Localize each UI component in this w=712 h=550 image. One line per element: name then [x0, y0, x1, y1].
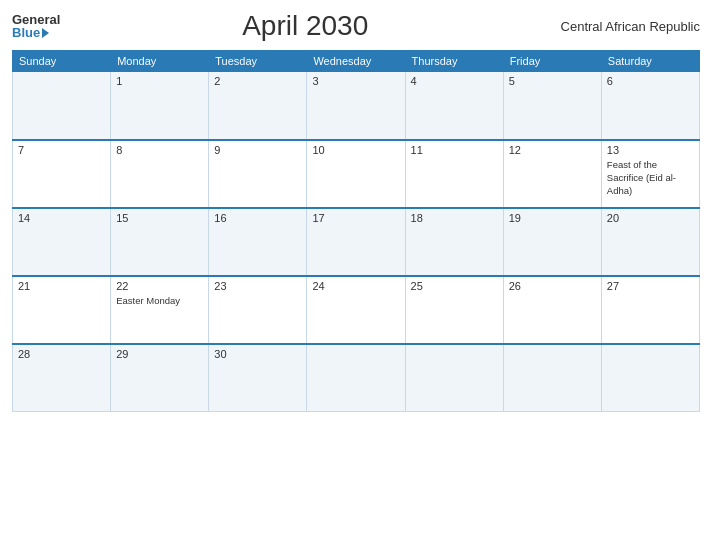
calendar-cell: 17 — [307, 208, 405, 276]
calendar-cell: 29 — [111, 344, 209, 412]
day-number: 11 — [411, 144, 498, 156]
calendar-cell: 22Easter Monday — [111, 276, 209, 344]
calendar-cell: 2 — [209, 72, 307, 140]
day-number: 26 — [509, 280, 596, 292]
day-number: 4 — [411, 75, 498, 87]
day-number: 15 — [116, 212, 203, 224]
header-wednesday: Wednesday — [307, 51, 405, 72]
day-number: 3 — [312, 75, 399, 87]
day-number: 7 — [18, 144, 105, 156]
logo: General Blue — [12, 13, 60, 39]
calendar-cell: 1 — [111, 72, 209, 140]
calendar-cell: 5 — [503, 72, 601, 140]
calendar-cell: 18 — [405, 208, 503, 276]
day-number: 19 — [509, 212, 596, 224]
calendar-cell: 19 — [503, 208, 601, 276]
day-number: 14 — [18, 212, 105, 224]
calendar-week-row: 2122Easter Monday2324252627 — [13, 276, 700, 344]
calendar-cell: 7 — [13, 140, 111, 208]
day-number: 22 — [116, 280, 203, 292]
day-event: Feast of the Sacrifice (Eid al-Adha) — [607, 159, 676, 197]
day-number: 24 — [312, 280, 399, 292]
calendar-cell — [307, 344, 405, 412]
day-number: 9 — [214, 144, 301, 156]
calendar-cell: 12 — [503, 140, 601, 208]
day-number: 29 — [116, 348, 203, 360]
day-number: 20 — [607, 212, 694, 224]
day-number: 10 — [312, 144, 399, 156]
header-thursday: Thursday — [405, 51, 503, 72]
calendar-cell: 16 — [209, 208, 307, 276]
header-sunday: Sunday — [13, 51, 111, 72]
calendar-cell: 8 — [111, 140, 209, 208]
calendar-page: General Blue April 2030 Central African … — [0, 0, 712, 550]
calendar-cell: 9 — [209, 140, 307, 208]
calendar-cell — [405, 344, 503, 412]
calendar-cell: 15 — [111, 208, 209, 276]
day-number: 30 — [214, 348, 301, 360]
day-number: 17 — [312, 212, 399, 224]
calendar-cell: 27 — [601, 276, 699, 344]
day-number: 16 — [214, 212, 301, 224]
day-number: 1 — [116, 75, 203, 87]
day-number: 8 — [116, 144, 203, 156]
header-friday: Friday — [503, 51, 601, 72]
calendar-cell: 24 — [307, 276, 405, 344]
day-number: 25 — [411, 280, 498, 292]
calendar-cell: 30 — [209, 344, 307, 412]
calendar-cell: 26 — [503, 276, 601, 344]
day-number: 12 — [509, 144, 596, 156]
calendar-cell: 21 — [13, 276, 111, 344]
calendar-cell: 6 — [601, 72, 699, 140]
calendar-cell: 25 — [405, 276, 503, 344]
calendar-cell: 11 — [405, 140, 503, 208]
calendar-week-row: 123456 — [13, 72, 700, 140]
day-number: 5 — [509, 75, 596, 87]
country-name: Central African Republic — [550, 19, 700, 34]
header-saturday: Saturday — [601, 51, 699, 72]
day-number: 23 — [214, 280, 301, 292]
day-number: 6 — [607, 75, 694, 87]
day-event: Easter Monday — [116, 295, 180, 306]
month-title: April 2030 — [60, 10, 550, 42]
calendar-cell: 4 — [405, 72, 503, 140]
calendar-cell — [601, 344, 699, 412]
day-number: 18 — [411, 212, 498, 224]
calendar-cell: 3 — [307, 72, 405, 140]
calendar-week-row: 282930 — [13, 344, 700, 412]
calendar-cell: 28 — [13, 344, 111, 412]
calendar-cell: 20 — [601, 208, 699, 276]
header: General Blue April 2030 Central African … — [12, 10, 700, 42]
day-number: 13 — [607, 144, 694, 156]
calendar-cell: 14 — [13, 208, 111, 276]
calendar-table: Sunday Monday Tuesday Wednesday Thursday… — [12, 50, 700, 412]
calendar-week-row: 78910111213Feast of the Sacrifice (Eid a… — [13, 140, 700, 208]
day-number: 21 — [18, 280, 105, 292]
day-number: 2 — [214, 75, 301, 87]
header-tuesday: Tuesday — [209, 51, 307, 72]
header-monday: Monday — [111, 51, 209, 72]
weekday-header-row: Sunday Monday Tuesday Wednesday Thursday… — [13, 51, 700, 72]
calendar-cell — [503, 344, 601, 412]
calendar-cell: 10 — [307, 140, 405, 208]
logo-blue-text: Blue — [12, 26, 40, 39]
calendar-cell: 13Feast of the Sacrifice (Eid al-Adha) — [601, 140, 699, 208]
day-number: 28 — [18, 348, 105, 360]
logo-triangle-icon — [42, 28, 49, 38]
day-number: 27 — [607, 280, 694, 292]
calendar-week-row: 14151617181920 — [13, 208, 700, 276]
calendar-cell — [13, 72, 111, 140]
calendar-cell: 23 — [209, 276, 307, 344]
